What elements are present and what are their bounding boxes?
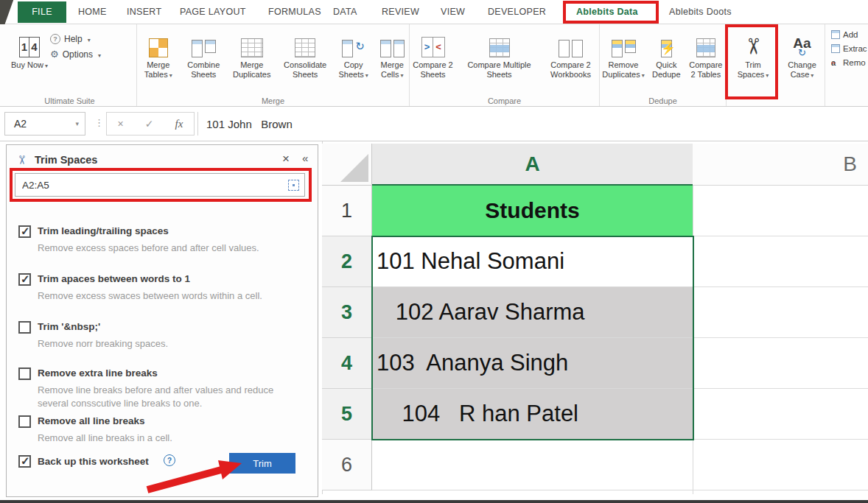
cancel-entry-icon[interactable]: ×	[118, 118, 124, 130]
group-label-compare: Compare	[410, 96, 599, 105]
trim-spaces-button[interactable]: ✂ Trim Spaces	[731, 28, 775, 80]
tab-formulas[interactable]: FORMULAS	[268, 0, 321, 24]
checkbox-remove-extra-line-breaks[interactable]	[18, 367, 31, 380]
compare-2-sheets-button[interactable]: >< Compare 2 Sheets	[410, 28, 456, 80]
add-text-label: Add	[843, 30, 858, 39]
ribbon-group-text-tools: Add Extrac a Remo	[825, 24, 868, 106]
checkbox-backup-worksheet[interactable]	[18, 455, 31, 468]
tab-insert[interactable]: INSERT	[127, 0, 161, 24]
help-button[interactable]: ? Help	[50, 34, 101, 44]
range-field	[15, 173, 305, 197]
formula-bar-divider-icon: ⋮	[94, 117, 104, 128]
compare-2-sheets-label: Compare 2 Sheets	[410, 60, 456, 80]
remove-text-icon: a	[831, 58, 840, 67]
panel-title: Trim Spaces	[35, 154, 97, 166]
checkbox-trim-leading-trailing[interactable]	[18, 225, 31, 238]
buy-now-icon: 14	[19, 28, 40, 57]
row-header-2[interactable]: 2	[322, 236, 372, 287]
select-range-icon[interactable]	[288, 180, 299, 191]
cell-a4[interactable]: 103 Ananya Singh	[372, 338, 693, 389]
checkbox-trim-spaces-between-words[interactable]	[18, 273, 31, 286]
column-header-b[interactable]: B	[693, 144, 868, 186]
row-header-4[interactable]: 4	[322, 338, 372, 389]
formula-bar-separator	[197, 112, 198, 136]
tab-file[interactable]: FILE	[18, 1, 66, 23]
tab-page-layout[interactable]: PAGE LAYOUT	[180, 0, 246, 24]
ribbon-group-merge: Merge Tables Combine Sheets Merge Duplic…	[137, 24, 410, 106]
row-header-6[interactable]: 6	[322, 440, 372, 490]
cell-a6[interactable]	[372, 440, 693, 490]
tab-developer[interactable]: DEVELOPER	[488, 0, 546, 24]
tab-data[interactable]: DATA	[333, 0, 357, 24]
tab-review[interactable]: REVIEW	[382, 0, 419, 24]
merge-tables-label: Merge Tables	[144, 60, 170, 79]
select-all-corner[interactable]	[322, 144, 372, 186]
quick-dedupe-icon: ⚡	[661, 28, 672, 57]
ribbon: 14 Buy Now ? Help ⚙ Options	[0, 24, 868, 107]
compare-2-tables-button[interactable]: Compare 2 Tables	[686, 28, 726, 80]
dropdown-caret-icon	[97, 49, 101, 60]
cell-a1[interactable]: Students	[372, 186, 693, 236]
compare-2-tables-label: Compare 2 Tables	[686, 60, 726, 80]
row-header-1[interactable]: 1	[322, 186, 372, 236]
row-header-3[interactable]: 3	[322, 287, 372, 338]
compare-multiple-sheets-button[interactable]: Compare Multiple Sheets	[459, 28, 540, 80]
trim-button[interactable]: Trim	[229, 453, 295, 474]
column-b-cells[interactable]	[693, 186, 868, 494]
merge-tables-icon	[149, 28, 168, 57]
scissors-icon: ✂	[743, 28, 762, 57]
combine-sheets-icon	[192, 28, 216, 57]
merge-duplicates-icon	[241, 28, 263, 57]
add-text-button[interactable]: Add	[831, 30, 868, 39]
tab-home[interactable]: HOME	[78, 0, 107, 24]
merge-cells-button[interactable]: Merge Cells	[375, 28, 409, 80]
tab-ablebits-data[interactable]: Ablebits Data	[576, 0, 638, 24]
name-box-dropdown-icon[interactable]: ▾	[75, 120, 79, 127]
checkbox-remove-all-line-breaks[interactable]	[18, 415, 31, 428]
range-input[interactable]	[15, 174, 304, 196]
combine-sheets-button[interactable]: Combine Sheets	[183, 28, 225, 80]
formula-bar: A2 ▾ ⋮ × ✓ fx 101 John Brown	[0, 107, 868, 141]
options-button[interactable]: ⚙ Options	[50, 49, 101, 60]
insert-function-icon[interactable]: fx	[175, 118, 183, 130]
quick-dedupe-button[interactable]: ⚡ Quick Dedupe	[650, 28, 683, 80]
remove-duplicates-label: Remove Duplicates	[602, 60, 640, 79]
merge-cells-icon	[380, 28, 405, 57]
change-case-button[interactable]: Aa↻ Change Case	[781, 28, 824, 80]
cell-a2[interactable]: 101 Nehal Somani	[372, 236, 693, 287]
dropdown-caret-icon	[168, 70, 172, 79]
formula-content[interactable]: 101 John Brown	[206, 107, 293, 141]
merge-duplicates-button[interactable]: Merge Duplicates	[228, 28, 276, 80]
tab-view[interactable]: VIEW	[441, 0, 465, 24]
option-label: Remove all line breaks	[38, 415, 145, 426]
dropdown-caret-icon	[640, 70, 645, 79]
name-box[interactable]: A2 ▾	[4, 112, 85, 136]
options-label: Options	[63, 49, 93, 60]
remove-duplicates-button[interactable]: Remove Duplicates	[600, 28, 647, 80]
tab-ablebits-tools[interactable]: Ablebits Doots	[669, 0, 732, 24]
compare-2-workbooks-button[interactable]: Compare 2 Workbooks	[543, 28, 599, 80]
help-icon[interactable]: ?	[164, 454, 175, 466]
extract-text-button[interactable]: Extrac	[831, 44, 868, 53]
copy-sheets-button[interactable]: ↻ Copy Sheets	[335, 28, 373, 80]
select-all-triangle-icon	[340, 154, 368, 182]
confirm-entry-icon[interactable]: ✓	[145, 118, 154, 130]
checkbox-trim-nbsp[interactable]	[18, 321, 31, 334]
group-label-dedupe: Dedupe	[600, 96, 726, 105]
remove-duplicates-icon	[612, 28, 636, 57]
remove-text-button[interactable]: a Remo	[831, 58, 868, 67]
cell-a3[interactable]: 102 Aarav Sharma	[372, 287, 693, 338]
consolidate-sheets-button[interactable]: Consolidate Sheets	[279, 28, 331, 80]
compare-multiple-sheets-label: Compare Multiple Sheets	[459, 60, 540, 80]
buy-now-button[interactable]: 14 Buy Now	[9, 28, 50, 70]
copy-sheets-label: Copy Sheets	[338, 60, 363, 79]
collapse-icon[interactable]: «	[302, 152, 308, 164]
dropdown-caret-icon	[399, 70, 403, 79]
cell-a5[interactable]: 104 R han Patel	[372, 389, 693, 440]
window-corner-decoration	[0, 0, 19, 24]
row-header-5[interactable]: 5	[322, 389, 372, 440]
compare-multiple-sheets-icon	[489, 28, 510, 57]
column-header-a[interactable]: A	[372, 144, 693, 186]
merge-tables-button[interactable]: Merge Tables	[137, 28, 180, 80]
close-icon[interactable]: ×	[282, 152, 290, 166]
